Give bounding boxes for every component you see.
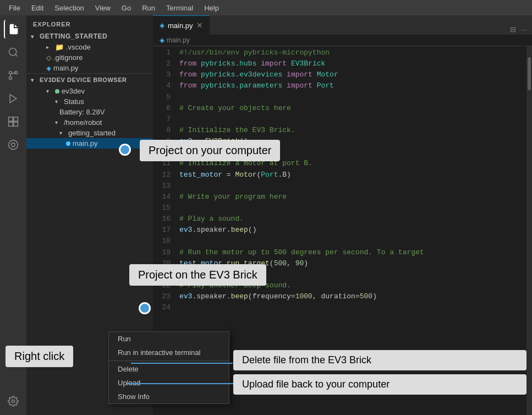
menu-help[interactable]: Help — [200, 3, 223, 13]
editor-scrollbar-thumb[interactable] — [528, 57, 531, 90]
delete-line — [131, 363, 233, 364]
ev3dev-folder[interactable]: ▾ getting_started — [26, 128, 153, 138]
ev3dev-device-label: ev3dev — [62, 87, 85, 95]
svg-rect-10 — [9, 122, 13, 127]
context-menu-separator — [109, 361, 229, 361]
chevron-down-icon-device: ▾ — [46, 88, 53, 94]
extensions-icon[interactable] — [4, 112, 23, 131]
upload-line — [127, 383, 233, 384]
py-status-dot — [66, 141, 70, 146]
svg-rect-8 — [9, 117, 13, 122]
code-line-7 — [179, 114, 526, 125]
settings-icon[interactable] — [4, 392, 23, 411]
svg-rect-9 — [14, 117, 18, 122]
ev3dev-status[interactable]: ▾ Status — [26, 96, 153, 107]
search-icon[interactable] — [4, 43, 23, 62]
source-control-icon[interactable] — [4, 66, 23, 85]
code-line-3: from pybricks.ev3devices import Motor — [179, 69, 526, 80]
main-py-label: main.py — [53, 64, 79, 72]
menu-terminal[interactable]: Terminal — [162, 3, 198, 13]
vscode-label: .vscode — [66, 43, 91, 51]
tab-py-icon: ◈ — [160, 21, 164, 29]
svg-point-12 — [9, 140, 18, 150]
connection-status-dot — [55, 89, 59, 94]
code-line-6: # Create your objects here — [179, 103, 526, 114]
computer-project-dot — [119, 144, 131, 156]
upload-callout: Upload file back to your computer — [233, 374, 526, 395]
svg-rect-11 — [14, 122, 18, 127]
right-click-callout: Right click — [6, 346, 73, 367]
chevron-down-icon-status: ▾ — [55, 99, 62, 105]
ev3dev-section: ▾ EV3DEV DEVICE BROWSER ▾ ev3dev ▾ Statu… — [26, 73, 153, 149]
sidebar-item-main-py[interactable]: ◈ main.py — [26, 63, 153, 73]
code-line-14: # Write your program here — [179, 192, 526, 203]
folder-label: getting_started — [68, 129, 116, 137]
editor-scrollbar[interactable] — [526, 46, 532, 415]
code-line-17: ev3.speaker.beep() — [179, 225, 526, 236]
svg-point-13 — [12, 143, 15, 147]
code-line-5 — [179, 92, 526, 103]
menu-run[interactable]: Run — [138, 3, 160, 13]
code-line-8: # Initialize the EV3 Brick. — [179, 125, 526, 136]
svg-point-14 — [12, 400, 15, 403]
menu-file[interactable]: File — [4, 3, 25, 13]
getting-started-label: GETTING_STARTED — [40, 32, 107, 40]
folder-icon: 📁 — [55, 43, 64, 51]
code-line-15 — [179, 203, 526, 214]
breadcrumb-py-icon: ◈ — [160, 36, 164, 44]
battery-label: Battery: 8.28V — [59, 108, 105, 116]
path-label: /home/robot — [64, 118, 102, 127]
tab-main-py[interactable]: ◈ main.py ✕ — [153, 15, 210, 35]
code-line-1: #!/usr/bin/env pybricks-micropython — [179, 47, 526, 58]
context-menu-run[interactable]: Run — [109, 332, 229, 346]
ev3-project-callout: Project on the EV3 Brick — [129, 264, 266, 286]
context-menu-show-info[interactable]: Show Info — [109, 390, 229, 403]
context-menu: Run Run in interactive terminal Delete U… — [108, 331, 229, 404]
ev3dev-header[interactable]: ▾ EV3DEV DEVICE BROWSER — [26, 74, 153, 86]
menu-go[interactable]: Go — [117, 3, 135, 13]
code-line-19: # Run the motor up to 500 degrees per se… — [179, 247, 526, 258]
python-icon: ◈ — [46, 64, 51, 72]
ev3-icon[interactable] — [4, 135, 23, 154]
sidebar-item-vscode[interactable]: ▸ 📁 .vscode — [26, 42, 153, 52]
menu-view[interactable]: View — [91, 3, 115, 13]
computer-project-callout: Project on your computer — [140, 140, 280, 161]
tab-close-button[interactable]: ✕ — [196, 21, 203, 30]
git-icon: ◇ — [46, 54, 51, 62]
ev3dev-main-py[interactable]: main.py — [26, 138, 153, 149]
code-line-18 — [179, 236, 526, 247]
more-actions-button[interactable]: ··· — [519, 24, 528, 35]
code-line-13 — [179, 181, 526, 192]
menu-selection[interactable]: Selection — [50, 3, 88, 13]
sidebar-header: Explorer — [26, 15, 153, 31]
breadcrumb: ◈ main.py — [153, 35, 532, 46]
svg-line-1 — [15, 54, 18, 57]
svg-point-0 — [9, 48, 17, 56]
code-line-16: # Play a sound. — [179, 214, 526, 225]
sidebar-item-gitignore[interactable]: ◇ .gitignore — [26, 52, 153, 63]
chevron-down-icon: ▾ — [31, 34, 37, 40]
breadcrumb-label: main.py — [167, 36, 190, 44]
context-menu-run-interactive[interactable]: Run in interactive terminal — [109, 346, 229, 359]
gitignore-label: .gitignore — [53, 53, 83, 62]
svg-point-3 — [9, 77, 12, 80]
code-line-4: from pybricks.parameters import Port — [179, 80, 526, 91]
code-line-23: ev3.speaker.beep(frequency=1000, duratio… — [179, 291, 526, 302]
split-editor-button[interactable]: ⊟ — [509, 24, 517, 35]
menu-edit[interactable]: Edit — [27, 3, 48, 13]
delete-callout: Delete file from the EV3 Brick — [233, 350, 526, 370]
status-label: Status — [64, 97, 84, 106]
chevron-right-icon: ▸ — [46, 44, 53, 50]
ev3dev-label: EV3DEV DEVICE BROWSER — [40, 77, 127, 83]
ev3dev-device[interactable]: ▾ ev3dev — [26, 86, 153, 96]
ev3dev-battery: Battery: 8.28V — [26, 107, 153, 117]
getting-started-section[interactable]: ▾ GETTING_STARTED — [26, 31, 153, 42]
ev3dev-path[interactable]: ▾ /home/robot — [26, 117, 153, 128]
tabs-bar: ◈ main.py ✕ ⊟ ··· — [153, 15, 532, 35]
run-debug-icon[interactable] — [4, 89, 23, 108]
chevron-down-icon-folder: ▾ — [59, 130, 66, 136]
files-icon[interactable] — [4, 20, 23, 39]
context-menu-delete[interactable]: Delete — [109, 362, 229, 376]
code-line-24 — [179, 302, 526, 313]
code-line-2: from pybricks.hubs import EV3Brick — [179, 58, 526, 69]
